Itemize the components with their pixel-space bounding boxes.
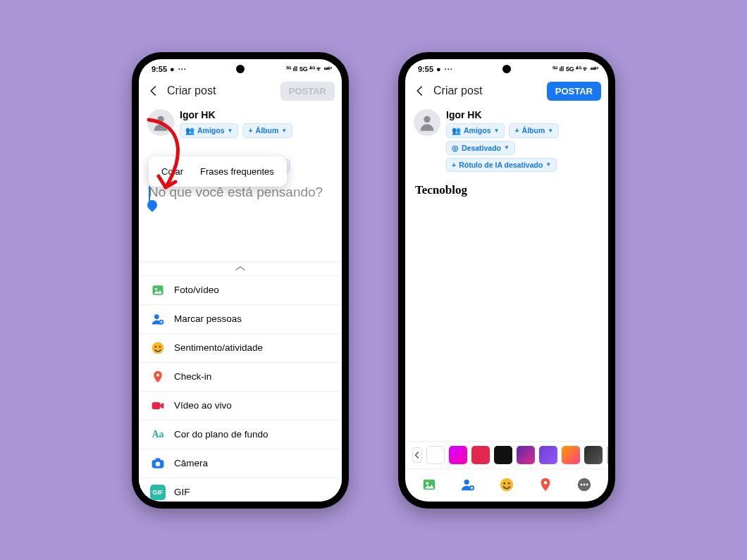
sheet-tag-label: Marcar pessoas xyxy=(174,313,242,324)
bgcolor-icon: Aa xyxy=(150,427,166,442)
svg-point-24 xyxy=(584,483,586,485)
svg-point-0 xyxy=(157,116,163,122)
svg-point-3 xyxy=(154,314,159,319)
tag-people-icon xyxy=(150,311,166,327)
photo-icon xyxy=(150,282,166,298)
status-time: 9:55 xyxy=(418,65,433,73)
bb-checkin[interactable] xyxy=(537,476,554,493)
location-icon xyxy=(538,477,553,492)
chevron-down-icon: ▼ xyxy=(504,144,510,151)
bgcolor-swatch-4[interactable] xyxy=(517,446,535,464)
photo-icon xyxy=(421,477,437,492)
bb-tag[interactable] xyxy=(459,476,476,493)
svg-rect-12 xyxy=(156,458,161,460)
chip-friends[interactable]: 👥 Amigos ▼ xyxy=(446,123,505,138)
user-name: Igor HK xyxy=(446,109,600,120)
sheet-camera[interactable]: Câmera xyxy=(139,449,342,478)
sheet-feeling[interactable]: Sentimento/atividade xyxy=(139,333,342,362)
plus-icon: + xyxy=(514,126,519,135)
svg-point-23 xyxy=(581,483,583,485)
status-time: 9:55 xyxy=(152,65,167,73)
chip-disabled[interactable]: ◎ Desativado ▼ xyxy=(446,141,515,155)
context-paste[interactable]: Colar xyxy=(153,163,192,180)
bgcolor-swatch-6[interactable] xyxy=(562,446,580,464)
page-title: Criar post xyxy=(167,85,275,97)
bgcolor-swatch-0[interactable] xyxy=(426,446,445,464)
bb-photo[interactable] xyxy=(421,476,438,493)
compose-placeholder: No que você está pensando? xyxy=(149,185,332,200)
avatar[interactable] xyxy=(147,109,174,136)
bgcolor-swatch-2[interactable] xyxy=(471,446,490,464)
bgcolor-more[interactable] xyxy=(607,446,608,464)
post-button[interactable]: POSTAR xyxy=(280,82,335,101)
sheet-live-video[interactable]: Vídeo ao vivo xyxy=(139,391,342,420)
camera-dot xyxy=(236,65,245,73)
friends-icon: 👥 xyxy=(185,126,195,135)
svg-point-11 xyxy=(156,461,161,466)
gif-icon: GIF xyxy=(150,485,166,500)
user-name: Igor HK xyxy=(180,109,333,120)
chip-album[interactable]: + Álbum ▼ xyxy=(509,123,559,138)
back-button[interactable] xyxy=(146,83,161,99)
tag-people-icon xyxy=(460,477,476,492)
chip-disabled-label: Desativado xyxy=(462,144,501,152)
avatar[interactable] xyxy=(414,109,440,136)
sheet-feeling-label: Sentimento/atividade xyxy=(174,342,263,353)
sheet-checkin-label: Check-in xyxy=(174,371,211,382)
sheet-gif[interactable]: GIF GIF xyxy=(139,478,342,502)
chevron-up-icon xyxy=(234,265,247,272)
more-icon xyxy=(576,477,592,492)
sheet-live-label: Vídeo ao vivo xyxy=(174,400,232,411)
chevron-down-icon: ▼ xyxy=(545,161,551,168)
context-frequent-phrases[interactable]: Frases frequentes xyxy=(192,163,283,180)
svg-point-21 xyxy=(544,480,548,484)
status-dots: ● ··· xyxy=(436,65,453,73)
feeling-icon xyxy=(499,477,514,492)
chip-album-label: Álbum xyxy=(256,126,279,135)
bgcolor-swatch-1[interactable] xyxy=(449,446,467,464)
svg-point-25 xyxy=(586,483,588,485)
bb-more[interactable] xyxy=(576,476,593,493)
status-net-left: ⁵ᴳ ıll xyxy=(552,66,564,73)
svg-point-6 xyxy=(155,346,157,348)
sheet-checkin[interactable]: Check-in xyxy=(139,362,342,391)
chip-album[interactable]: + Álbum ▼ xyxy=(242,123,292,138)
svg-point-7 xyxy=(159,346,161,348)
status-5g: 5G xyxy=(566,66,574,73)
sheet-bgcolor[interactable]: Aa Cor do plano de fundo xyxy=(139,420,342,449)
status-5g: 5G xyxy=(300,66,307,73)
post-button[interactable]: POSTAR xyxy=(547,82,601,101)
chip-friends-label: Amigos xyxy=(464,126,491,135)
plus-icon: + xyxy=(248,126,252,135)
svg-point-18 xyxy=(500,478,513,490)
app-header: Criar post POSTAR xyxy=(139,79,342,106)
chip-ia-label[interactable]: + Rótulo de IA desativado ▼ xyxy=(446,158,557,172)
compose-area[interactable]: Tecnoblog xyxy=(405,176,608,200)
page-title: Criar post xyxy=(433,85,541,97)
bgcolor-picker xyxy=(405,441,608,468)
svg-point-13 xyxy=(424,116,430,122)
bgcolor-swatch-5[interactable] xyxy=(539,446,557,464)
sheet-photo-video[interactable]: Foto/vídeo xyxy=(139,275,342,304)
chip-album-label: Álbum xyxy=(522,126,545,135)
svg-point-8 xyxy=(156,373,159,376)
chevron-down-icon: ▼ xyxy=(548,127,553,134)
bgcolor-swatch-7[interactable] xyxy=(584,446,603,464)
bottom-toolbar xyxy=(405,468,608,502)
bgcolor-swatch-3[interactable] xyxy=(494,446,512,464)
back-button[interactable] xyxy=(412,83,428,99)
chevron-left-icon xyxy=(413,451,421,459)
avatar-placeholder-icon xyxy=(417,113,437,132)
bgcolor-collapse[interactable] xyxy=(412,447,422,463)
text-cursor xyxy=(149,186,150,201)
instagram-icon: ◎ xyxy=(452,144,459,152)
friends-icon: 👥 xyxy=(452,126,461,135)
chip-friends[interactable]: 👥 Amigos ▼ xyxy=(180,123,238,138)
sheet-handle[interactable] xyxy=(139,262,342,275)
bb-feeling[interactable] xyxy=(498,476,515,493)
sheet-tag-people[interactable]: Marcar pessoas xyxy=(139,304,342,333)
screen-left: 9:55 ● ··· ⁵ᴳ ıll 5G ⁴ᴳ ᯤ ▭⁸² Criar post… xyxy=(139,59,342,502)
chevron-left-icon xyxy=(147,85,160,97)
sheet-photo-label: Foto/vídeo xyxy=(174,285,219,295)
plus-icon: + xyxy=(452,161,456,169)
